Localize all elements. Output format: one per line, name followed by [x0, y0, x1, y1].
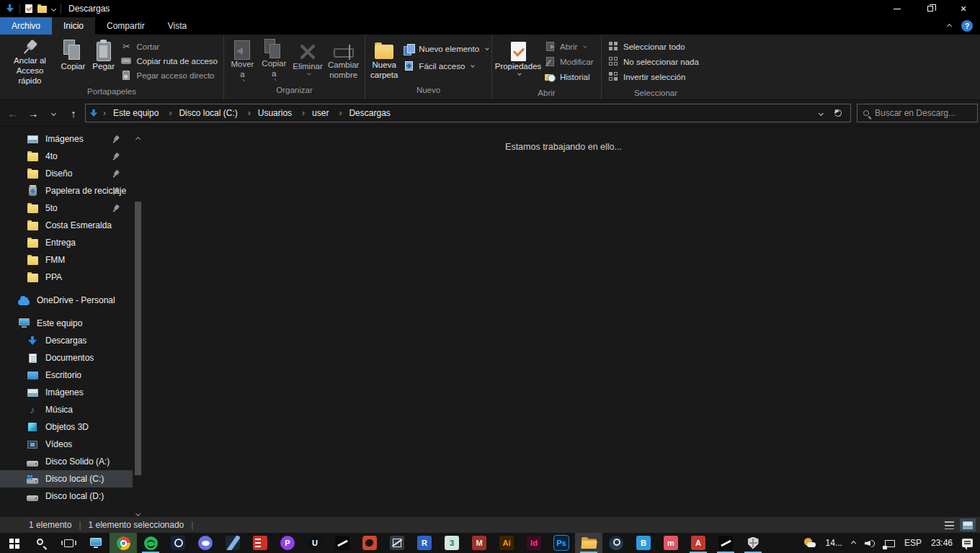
breadcrumb-este-equipo[interactable]: Este equipo — [99, 106, 163, 120]
volume-icon[interactable] — [865, 539, 876, 547]
up-button[interactable]: ↑ — [63, 104, 84, 122]
taskbar-sketch-app[interactable] — [329, 533, 356, 553]
breadcrumb-user[interactable]: user — [298, 106, 333, 120]
taskbar-webcam-app[interactable] — [164, 533, 192, 553]
sidebar-item-disco-solido-a[interactable]: Disco Solido (A:) — [0, 453, 133, 470]
taskbar-medibang[interactable]: m — [657, 533, 685, 553]
breadcrumb-usuarios[interactable]: Usuarios — [244, 106, 296, 120]
taskbar-krita[interactable] — [356, 533, 383, 553]
taskbar-autocad[interactable]: A — [685, 533, 712, 553]
customize-qat-chevron-icon[interactable] — [51, 6, 56, 11]
scroll-up-chevron-icon[interactable] — [136, 131, 142, 137]
tab-inicio[interactable]: Inicio — [52, 17, 95, 35]
taskbar-rhino[interactable] — [712, 533, 739, 553]
sidebar-item-fmm[interactable]: FMM — [0, 251, 133, 269]
sidebar-item-costa-esmeralda[interactable]: Costa Esmeralda — [0, 217, 133, 234]
taskbar-search-button[interactable] — [27, 533, 55, 553]
rename-button[interactable]: Cambiar nombre — [325, 37, 362, 83]
paste-button[interactable]: Pegar — [89, 37, 118, 83]
sidebar-item-disco-local-d[interactable]: Disco local (D:) — [0, 487, 133, 505]
properties-button[interactable]: Propiedades — [495, 37, 541, 83]
taskbar-spotify[interactable] — [137, 533, 164, 553]
refresh-icon[interactable] — [834, 109, 843, 118]
sidebar-scrollbar[interactable] — [135, 202, 141, 475]
taskbar-revit[interactable]: R — [411, 533, 438, 553]
taskbar-bandicam[interactable]: B — [630, 533, 657, 553]
new-folder-button[interactable]: Nueva carpeta — [368, 37, 400, 83]
copy-path-button[interactable]: Copiar ruta de acceso — [120, 55, 218, 67]
recent-locations-chevron-icon[interactable] — [43, 104, 63, 122]
sidebar-item-disco-local-c[interactable]: Disco local (C:) — [0, 470, 133, 487]
restore-button[interactable] — [914, 0, 947, 17]
sidebar-item-entrega[interactable]: Entrega — [0, 234, 133, 251]
clock[interactable]: 23:46 — [931, 538, 953, 548]
address-bar[interactable]: Este equipo Disco local (C:) Usuarios us… — [85, 104, 851, 122]
temperature-text[interactable]: 14... — [826, 538, 842, 548]
notification-center-icon[interactable] — [962, 539, 973, 547]
tab-compartir[interactable]: Compartir — [95, 17, 156, 35]
pin-to-quick-access-button[interactable]: Anclar al Acceso rápido — [3, 37, 57, 83]
close-button[interactable]: × — [947, 0, 980, 17]
properties-qat-icon[interactable] — [25, 4, 32, 13]
sidebar-item-ppa[interactable]: PPA — [0, 269, 133, 286]
invert-selection-button[interactable]: Invertir selección — [607, 71, 699, 83]
minimize-button[interactable] — [881, 0, 914, 17]
sidebar-item-escritorio[interactable]: Escritorio — [0, 367, 133, 384]
sidebar-item-imagenes-pinned[interactable]: Imágenes — [0, 130, 133, 148]
breadcrumb-disco-local-c[interactable]: Disco local (C:) — [164, 106, 241, 120]
tab-vista[interactable]: Vista — [156, 17, 198, 35]
task-view-button[interactable] — [55, 533, 82, 553]
breadcrumb-descargas[interactable]: Descargas — [334, 106, 394, 120]
taskbar-security-shield[interactable] — [739, 533, 767, 553]
help-icon[interactable]: ? — [961, 20, 973, 32]
delete-button[interactable]: Eliminar — [290, 37, 326, 83]
history-button[interactable]: Historial — [544, 71, 594, 83]
new-item-button[interactable]: Nuevo elemento — [403, 42, 489, 55]
sidebar-item-diseno[interactable]: Diseño — [0, 165, 133, 182]
copy-to-button[interactable]: Copiar a — [258, 37, 290, 83]
copy-button[interactable]: Copiar — [57, 37, 89, 83]
collapse-ribbon-icon[interactable] — [947, 23, 952, 28]
taskbar-remote-pc[interactable] — [82, 533, 110, 553]
taskbar-illustrator[interactable]: Ai — [493, 533, 520, 553]
address-dropdown-chevron-icon[interactable] — [819, 110, 824, 115]
taskbar-3ds-max[interactable]: 3 — [438, 533, 466, 553]
sidebar-item-descargas[interactable]: Descargas — [0, 332, 133, 349]
search-input[interactable] — [875, 108, 971, 118]
sidebar-item-videos[interactable]: Vídeos — [0, 436, 133, 453]
taskbar-red-stripes-app[interactable] — [246, 533, 274, 553]
taskbar-purple-p-app[interactable]: P — [274, 533, 301, 553]
edit-button[interactable]: Modificar — [544, 55, 594, 68]
network-icon[interactable] — [885, 540, 895, 547]
back-button[interactable]: ← — [3, 104, 23, 122]
taskbar-twinmotion[interactable] — [383, 533, 411, 553]
sidebar-item-papelera[interactable]: Papelera de reciclaje — [0, 182, 133, 199]
sidebar-item-objetos-3d[interactable]: Objetos 3D — [0, 418, 133, 436]
taskbar-chrome[interactable] — [110, 533, 137, 553]
start-button[interactable] — [0, 533, 27, 553]
taskbar-steam[interactable] — [602, 533, 630, 553]
large-icons-view-button[interactable] — [960, 518, 976, 531]
sidebar-item-5to[interactable]: 5to — [0, 199, 133, 217]
taskbar-file-explorer[interactable] — [575, 533, 602, 553]
details-view-button[interactable] — [941, 518, 957, 531]
sidebar-item-4to[interactable]: 4to — [0, 148, 133, 165]
weather-icon[interactable] — [803, 537, 816, 549]
new-folder-qat-icon[interactable] — [37, 6, 47, 13]
taskbar-video-editor[interactable] — [219, 533, 246, 553]
sidebar-item-onedrive[interactable]: OneDrive - Personal — [0, 292, 133, 309]
taskbar-unreal-engine[interactable]: U — [301, 533, 329, 553]
taskbar-photoshop[interactable]: Ps — [548, 533, 575, 553]
forward-button[interactable]: → — [23, 104, 43, 122]
paste-shortcut-button[interactable]: Pegar acceso directo — [120, 69, 218, 81]
sidebar-item-imagenes[interactable]: Imágenes — [0, 384, 133, 401]
taskbar-maya[interactable]: M — [466, 533, 493, 553]
taskbar-discord[interactable] — [192, 533, 219, 553]
open-button[interactable]: Abrir — [544, 40, 594, 53]
tab-archivo[interactable]: Archivo — [0, 17, 52, 35]
cut-button[interactable]: ✂Cortar — [120, 40, 218, 53]
select-none-button[interactable]: No seleccionar nada — [607, 55, 699, 68]
sidebar-item-documentos[interactable]: Documentos — [0, 349, 133, 367]
file-list-pane[interactable]: Estamos trabajando en ello... — [147, 127, 980, 517]
move-to-button[interactable]: Mover a — [227, 37, 258, 83]
